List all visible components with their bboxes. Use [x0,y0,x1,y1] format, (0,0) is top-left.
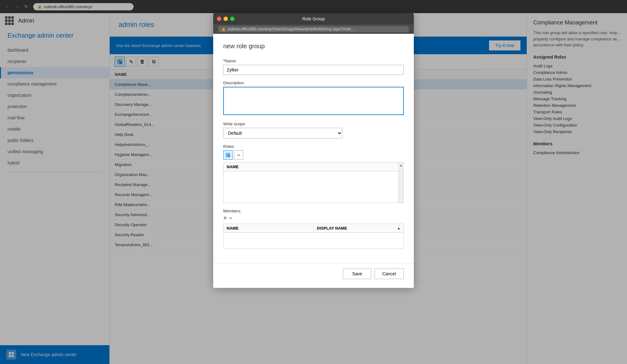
add-role-button[interactable] [223,150,233,160]
write-scope-label: Write scope: [223,122,404,126]
save-button[interactable]: Save [343,268,371,279]
members-scroll-arrow[interactable]: ▲ [397,226,400,230]
minimize-traffic-light[interactable] [224,17,228,21]
svg-rect-11 [228,153,230,155]
members-list-body [224,233,403,248]
description-form-group: Description: [223,81,404,116]
remove-role-button[interactable]: − [234,150,243,160]
modal-url-bar: 🔒 outlook.office365.com/ecp/UsersGroups/… [213,24,414,34]
members-list: NAME DISPLAY NAME ▲ [223,224,404,249]
modal-window: Role Group 🔒 outlook.office365.com/ecp/U… [213,13,414,288]
write-scope-select[interactable]: Default CustomRecipientScope CustomConfi… [223,128,342,138]
svg-rect-10 [226,153,228,155]
modal-titlebar: Role Group [213,13,414,24]
description-label: Description: [223,81,404,85]
modal-overlay: Role Group 🔒 outlook.office365.com/ecp/U… [0,0,627,364]
modal-footer: Save Cancel [213,263,414,288]
modal-form-title: new role group [223,43,404,50]
close-traffic-light[interactable] [217,17,221,21]
members-list-header: NAME DISPLAY NAME ▲ [224,224,403,233]
name-label: *Name: [223,59,404,63]
roles-toolbar: − [223,150,404,160]
name-input[interactable] [223,65,404,75]
scroll-up-arrow[interactable]: ▲ [399,163,404,168]
modal-url-inner: 🔒 outlook.office365.com/ecp/UsersGroups/… [218,26,409,32]
add-member-button[interactable]: + [223,215,227,221]
traffic-lights [217,17,234,21]
write-scope-form-group: Write scope: Default CustomRecipientScop… [223,122,404,138]
roles-list: NAME ▲ [223,162,404,203]
members-toolbar: + − [223,215,404,221]
roles-column-header: NAME [227,164,239,169]
description-textarea[interactable] [223,87,404,115]
display-name-label: DISPLAY NAME [317,226,347,231]
remove-member-button[interactable]: − [229,215,233,221]
modal-body: new role group *Name: Description: Write… [213,34,414,263]
members-form-group: Members: + − NAME DISPLAY NAME ▲ [223,209,404,249]
members-display-header: DISPLAY NAME ▲ [314,224,404,232]
modal-title-text: Role Group [302,16,325,21]
members-label: Members: [223,209,404,213]
modal-url-text: outlook.office365.com/ecp/UsersGroups/Ne… [228,27,354,31]
members-name-header: NAME [224,224,314,232]
roles-form-group: Roles: − [223,144,404,203]
roles-scroll[interactable]: ▲ [398,163,403,203]
maximize-traffic-light[interactable] [230,17,234,21]
roles-list-header: NAME ▲ [224,163,403,171]
roles-label: Roles: [223,144,404,149]
name-form-group: *Name: [223,59,404,75]
cancel-button[interactable]: Cancel [374,268,404,279]
svg-rect-12 [226,155,228,157]
